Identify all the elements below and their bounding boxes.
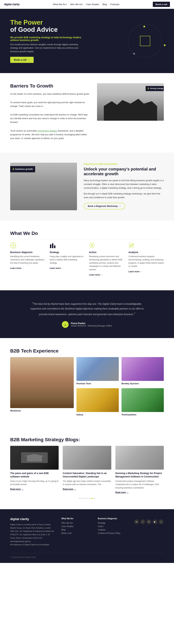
diagnosis-learn-more[interactable]: Learn more: [10, 267, 24, 270]
blog-readmore-2[interactable]: Read more: [63, 488, 76, 490]
tech-item-bentley: Bentley Synchro: [122, 357, 164, 386]
facebook-icon[interactable]: f: [140, 520, 145, 524]
svg-rect-8: [54, 246, 56, 248]
hero-graphic: [123, 22, 167, 60]
footer-brand: digital clarity Digital Clarity is a tra…: [10, 518, 54, 546]
footer-address: Digital Clarity is a trading name of Gra…: [10, 523, 54, 546]
action-icon: [89, 242, 124, 250]
blog-readmore-3[interactable]: Read more: [116, 491, 129, 494]
tech-img-textanywhere: [122, 388, 164, 412]
barriers-image: driving change: [97, 83, 164, 121]
nav-links: What We Do Who We Are Case Studies Blog …: [53, 3, 120, 6]
nav-item-what-we-do[interactable]: What We Do: [53, 3, 67, 6]
blog-readmore-1[interactable]: Read more: [10, 488, 24, 490]
blog-dot-5[interactable]: [91, 498, 92, 499]
hero-content: The Power of Good Advice We provide B2B …: [10, 19, 85, 63]
blog-dot-1[interactable]: [82, 498, 83, 499]
footer-link-cookies[interactable]: Cookies & Privacy Policy: [98, 532, 128, 534]
nav-item-blog[interactable]: Blog: [102, 3, 107, 6]
footer-link-blog[interactable]: Blog: [61, 528, 91, 531]
blog-pagination: [10, 498, 164, 499]
services-grid: Business diagnosis Identifying the curre…: [10, 242, 164, 276]
footer-link-book-call[interactable]: Book a call: [61, 532, 91, 534]
barriers-section: Barriers To Growth As the leader of a te…: [0, 73, 174, 152]
hero-dot-3: [133, 53, 135, 54]
logo-text: digital clarity: [4, 3, 20, 6]
other-social-icon[interactable]: □: [159, 520, 164, 524]
service-divider: [10, 240, 164, 240]
b2b-tech-title: B2B Tech Experience: [10, 348, 164, 354]
svg-rect-6: [50, 244, 51, 248]
diagnosis-icon: [10, 242, 46, 250]
testimonial-section: The team led by Rachel have been support…: [0, 290, 174, 338]
nav-item-who-we-are[interactable]: Who We Are: [70, 3, 82, 6]
action-learn-more[interactable]: Learn more: [89, 274, 103, 276]
footer-link-strategy[interactable]: Strategy: [98, 522, 128, 524]
nav-item-podcasts[interactable]: Podcasts: [110, 3, 119, 6]
what-we-do-title: What We Do: [10, 231, 164, 236]
blogs-grid: The pains and gains of a new B2B softwar…: [10, 446, 164, 494]
barriers-body1: As the leader of a tech business, you ha…: [10, 92, 90, 96]
analysis-icon: [128, 242, 164, 250]
blog-dot-2[interactable]: [84, 498, 85, 499]
svg-point-1: [12, 244, 14, 246]
footer-address-3: www.digitalclarity.agency: [10, 540, 31, 542]
barriers-highlight[interactable]: progressive strategy: [38, 130, 57, 132]
blog-excerpt-2: The digital age has made content creatio…: [63, 480, 111, 486]
testimonial-name: Fiona Packer: [71, 322, 112, 325]
consultants-highlight[interactable]: strategy workshops: [123, 192, 142, 195]
blog-img-2-inner: [63, 446, 111, 470]
blog-dot-4[interactable]: [89, 498, 90, 499]
twitter-icon[interactable]: 𝕏: [146, 520, 151, 524]
footer-link-who-we-are[interactable]: Who We Are: [61, 522, 91, 524]
diagnosis-title: Business diagnosis: [10, 251, 46, 254]
hero-cta-button[interactable]: Book a call: [10, 57, 34, 63]
footer-col-1: What We Do Who We Are Case Studies Blog …: [61, 518, 91, 546]
blog-dot-6[interactable]: [94, 498, 95, 499]
tech-name-kahua: Kahua: [76, 413, 119, 416]
consultants-cta-button[interactable]: Book a Diagnosis Workshop: [84, 203, 125, 210]
strategy-desc: Using data, insights and objectives to b…: [50, 255, 85, 265]
hero-square-graphic: [140, 36, 150, 46]
footer-address-4: All employees of Digital Clarity are enc…: [10, 544, 50, 546]
nav-cta-button[interactable]: Book a call: [153, 2, 170, 7]
footer-top: digital clarity Digital Clarity is a tra…: [10, 518, 164, 546]
blog-img-2: [63, 446, 111, 470]
testimonial-role: Adobe Workfront · Marketing Manager, EME…: [71, 325, 112, 327]
footer-link-case-studies[interactable]: Case Studies: [61, 525, 91, 528]
tech-item-textanywhere: TextAnywhere: [122, 388, 164, 416]
testimonial-quote: The team led by Rachel have been support…: [28, 300, 146, 317]
footer-link-analysis[interactable]: Analysis: [98, 528, 128, 531]
barriers-image-container: driving change: [97, 83, 164, 121]
footer-link-action[interactable]: Action: [98, 525, 128, 528]
tech-img-bentley: [122, 357, 164, 381]
strategy-icon: [50, 242, 85, 250]
svg-rect-7: [52, 244, 53, 248]
blog-img-3: [116, 446, 164, 470]
linkedin-icon[interactable]: in: [134, 520, 139, 524]
service-item-strategy: Strategy Using data, insights and object…: [50, 242, 85, 276]
strategy-learn-more[interactable]: Learn more: [50, 267, 64, 270]
blog-dot-0[interactable]: [79, 498, 80, 499]
hero-dot-2: [164, 44, 166, 46]
blog-dot-3[interactable]: [86, 498, 88, 499]
navigation: digital clarity What We Do Who We Are Ca…: [0, 0, 174, 9]
tech-img-textanywhere-inner: [122, 388, 164, 412]
youtube-icon[interactable]: ▶: [152, 520, 157, 524]
blog-img-3-inner: [116, 446, 164, 470]
barriers-body2: To achieve these goals, you need the rig…: [10, 100, 90, 108]
tech-item-kahua: Kahua: [76, 388, 119, 416]
consultants-body2: But through our in-depth B2B marketing s…: [84, 192, 164, 199]
analysis-learn-more[interactable]: Learn more: [128, 270, 142, 273]
footer-col1-title: What We Do: [61, 518, 91, 520]
tech-name-portman: Portman Tech: [76, 382, 119, 385]
blog-title-3: Devising a Marketing Strategy for Projec…: [116, 472, 164, 478]
footer-address-2: 07591274. Our registered office is at Su…: [10, 534, 50, 539]
barriers-tag: driving change: [146, 86, 164, 91]
consultants-image-container: business growth: [10, 163, 77, 210]
barriers-body4: You'll receive an actionable progressive…: [10, 129, 90, 140]
barriers-title: Barriers To Growth: [10, 83, 90, 89]
nav-item-case-studies[interactable]: Case Studies: [86, 3, 99, 6]
blog-item-2: Content Saturation: Standing Out in an O…: [63, 446, 111, 494]
hero-section: The Power of Good Advice We provide B2B …: [0, 9, 174, 73]
